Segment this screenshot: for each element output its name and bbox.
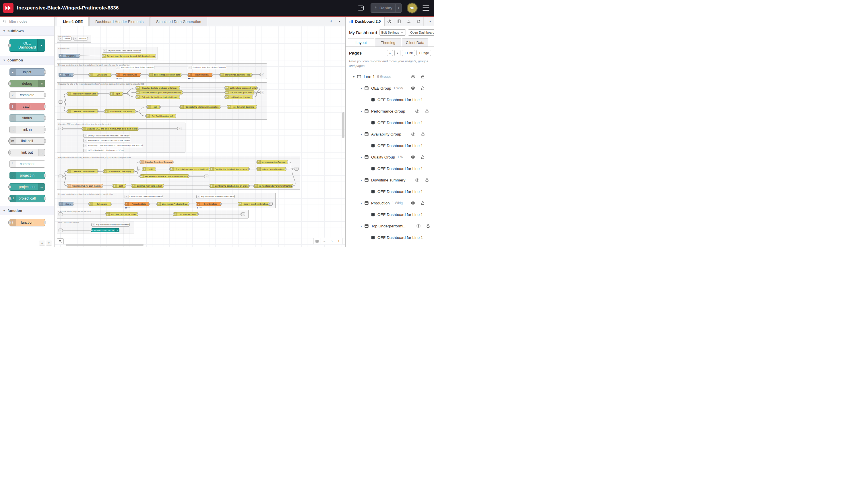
edit-settings-button[interactable]: Edit Settings xyxy=(379,29,406,36)
flow-node[interactable]: ϟProductionData xyxy=(125,202,149,206)
search-flows-button[interactable] xyxy=(57,238,64,244)
chevron-down-icon[interactable]: ▾ xyxy=(361,178,362,182)
debug-bug-icon[interactable] xyxy=(404,17,414,26)
flow-node[interactable]: »Is Downtime Data Empty? xyxy=(103,169,134,173)
palette-node-catch[interactable]: !catch xyxy=(10,103,45,110)
chevron-down-icon[interactable]: ▾ xyxy=(361,202,362,205)
tab-client-data[interactable]: Client Data xyxy=(402,38,428,47)
flow-node[interactable]: ⇄Calculate the total produced units toda… xyxy=(136,86,180,90)
flow-node[interactable]: ∥split xyxy=(147,105,160,109)
flow-node[interactable]: ○ xyxy=(58,127,63,130)
flow-node[interactable]: “Key Instructions: Read Before Proceedin… xyxy=(103,49,141,53)
palette-node-complete[interactable]: ✓complete xyxy=(10,91,45,99)
search-input[interactable] xyxy=(8,19,51,24)
eye-icon[interactable] xyxy=(411,74,415,79)
flow-node[interactable]: ○ xyxy=(269,202,273,206)
flow-node[interactable]: ƒCalculate OEE for each machine xyxy=(67,184,103,188)
flow-node[interactable]: ○ xyxy=(241,212,245,216)
chevron-down-icon[interactable]: ▾ xyxy=(361,224,362,228)
flow-node[interactable]: “Key Instructions: Read Before Proceedin… xyxy=(196,195,235,199)
flow-node[interactable]: ▸inject u xyxy=(58,73,73,76)
flow-node[interactable]: ƒRetrieve Downtime Data xyxy=(67,169,98,173)
add-flow-button[interactable]: + xyxy=(328,18,335,25)
tree-row-line-1[interactable]: ▾Line-19 Groups xyxy=(346,71,434,82)
eye-icon[interactable] xyxy=(415,178,420,182)
tab-simulated-data-generation[interactable]: Simulated Data Generation xyxy=(150,17,207,26)
lock-icon[interactable] xyxy=(420,75,425,79)
zoom-out-button[interactable]: − xyxy=(320,238,328,244)
zoom-reset-button[interactable]: ○ xyxy=(328,238,335,244)
flow-node[interactable]: ○ xyxy=(177,127,181,130)
flow-node[interactable]: ϟProductionData xyxy=(116,73,141,76)
flow-node[interactable]: ƒSet params xyxy=(89,202,111,206)
sidebar-menu-caret[interactable]: ▾ xyxy=(426,17,434,26)
open-dashboard-button[interactable]: Open Dashboard xyxy=(408,29,434,36)
tab-dashboard-header-elements[interactable]: Dashboard Header Elements xyxy=(89,17,150,26)
flow-node[interactable]: “License xyxy=(58,37,72,40)
flow-node[interactable]: ⇄set msg.recentDowntime xyxy=(257,167,286,171)
flow-node[interactable]: “Key Instructions: Read Before Proceedin… xyxy=(188,66,226,69)
palette-section-subflows[interactable]: ▾subflows xyxy=(0,27,54,36)
flow-node[interactable]: ϟDowntimeData xyxy=(196,202,221,206)
menu-icon[interactable] xyxy=(422,5,429,11)
flow-node[interactable]: ⇄set flow.target_output xyxy=(225,95,253,99)
palette-node-inject[interactable]: ▸inject xyxy=(10,68,45,76)
flow-node[interactable]: ϟDowntimeData xyxy=(188,73,212,76)
palette-node-link-call[interactable]: ⇄link call xyxy=(10,137,45,145)
flow-node[interactable]: “Key Instructions: Read Before Proceedin… xyxy=(116,66,154,69)
app-logo-icon[interactable] xyxy=(3,3,14,13)
chevron-down-icon[interactable]: ▾ xyxy=(361,110,362,113)
flow-node[interactable]: ⇄store in msg.ProductionData xyxy=(157,202,189,206)
flow-node[interactable]: ⇄set msg.downtimeSummary xyxy=(257,160,288,164)
flow-node[interactable]: ⇄Set Total Downtime to 0 xyxy=(146,114,176,118)
chevron-down-icon[interactable]: ▾ xyxy=(361,87,362,90)
minimap-button[interactable] xyxy=(313,238,320,244)
flow-node[interactable]: ○ xyxy=(58,212,63,216)
flow-node[interactable]: ƒCalculate Downtime Summary xyxy=(140,160,173,164)
palette-node-link-out[interactable]: →link out xyxy=(10,149,45,156)
flow-node[interactable]: ○ xyxy=(260,91,264,94)
eye-icon[interactable] xyxy=(416,224,421,228)
flow-node[interactable]: ○ xyxy=(58,100,63,104)
palette-section-function[interactable]: ▾function xyxy=(0,206,54,215)
palette-search[interactable] xyxy=(0,17,54,27)
flow-node[interactable]: ƒCalculate OEE and other metrics, then s… xyxy=(82,126,138,131)
palette-node-status[interactable]: ~status xyxy=(10,114,45,122)
flow-node[interactable]: “Performance = Total Produced Units / To… xyxy=(83,139,130,142)
eye-icon[interactable] xyxy=(411,86,415,90)
flow-node[interactable]: “README xyxy=(73,37,88,40)
flow-node[interactable]: ⇄store in msg.downtime_data xyxy=(220,73,252,76)
tree-row-top-underperformi[interactable]: ▾Top Underperformi...1 Widgets xyxy=(346,220,434,232)
lock-icon[interactable] xyxy=(426,224,430,228)
tree-row-quality-group[interactable]: ▾Quality Group1 Widgets xyxy=(346,151,434,163)
tree-row-oee-dashboard-for-line-1[interactable]: OEE Dashboard for Line 1 xyxy=(346,117,434,129)
flow-node[interactable]: ○ xyxy=(204,174,208,178)
deploy-options-button[interactable]: ▾ xyxy=(395,4,402,12)
expand-all-button[interactable]: ∨ xyxy=(394,50,400,56)
flow-node[interactable]: ○ xyxy=(58,174,63,178)
flow-node[interactable]: ⇄set msg.topUnderPerformingMachines xyxy=(254,184,293,188)
flow-node[interactable]: ○ xyxy=(295,167,298,171)
add-link-button[interactable]: + Link xyxy=(402,50,415,56)
tree-row-production[interactable]: ▾Production1 Widgets xyxy=(346,197,434,209)
flow-node[interactable]: ∥split xyxy=(142,167,156,171)
tree-row-availability-group[interactable]: ▾Availability Group1 Widgets xyxy=(346,129,434,140)
flow-node[interactable]: ƒRetrieve Production Data xyxy=(67,91,98,96)
palette-node-comment[interactable]: “comment xyxy=(10,160,45,168)
flow-node[interactable]: “Availability = (Total Shift Duration - … xyxy=(83,144,143,147)
chevron-down-icon[interactable]: ▾ xyxy=(361,133,362,136)
flow-node[interactable]: ⇄set flow.total_good_units xyxy=(225,90,254,95)
lock-icon[interactable] xyxy=(420,201,425,205)
palette-node-project-in[interactable]: →project in xyxy=(10,172,45,179)
tree-row-oee-dashboard-for-line-1[interactable]: OEE Dashboard for Line 1 xyxy=(346,163,434,174)
tree-row-oee-group[interactable]: ▾OEE Group1 Widgets xyxy=(346,82,434,94)
tree-row-performance-group[interactable]: ▾Performance Group1 Widgets xyxy=(346,105,434,117)
palette-collapse-all-button[interactable]: ∧ xyxy=(39,241,45,245)
chevron-down-icon[interactable]: ▾ xyxy=(353,75,354,79)
eye-icon[interactable] xyxy=(411,201,415,205)
palette-node-oee-dashboard[interactable]: ◔OEE Dashboard xyxy=(10,39,45,52)
ai-assistant-icon[interactable] xyxy=(357,4,365,12)
lock-icon[interactable] xyxy=(425,109,429,114)
flow-node[interactable]: ⇅Sort data from most recent to oldest xyxy=(170,167,210,171)
tab-theming[interactable]: Theming xyxy=(375,38,401,47)
